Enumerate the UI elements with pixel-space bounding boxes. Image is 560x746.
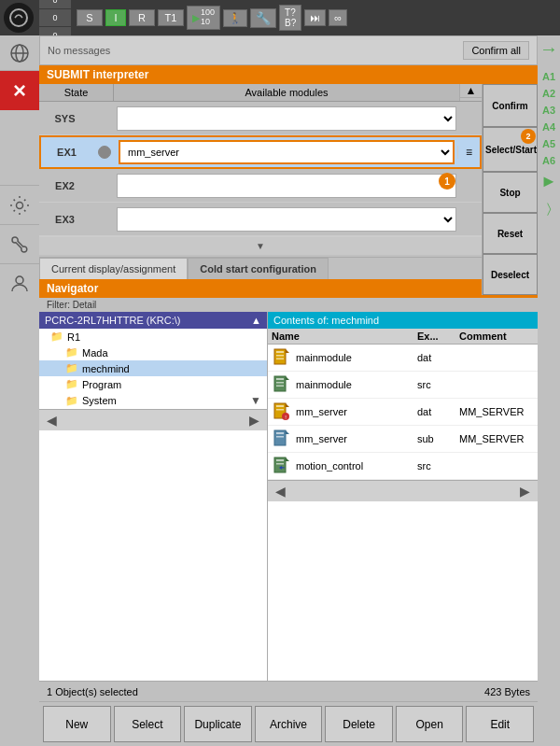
filecomment-mmserver-dat: MM_SERVER xyxy=(459,406,534,417)
contents-scroll-left[interactable]: ◀ xyxy=(275,484,286,499)
confirm-button[interactable]: Confirm xyxy=(483,84,538,127)
wrench-icon[interactable] xyxy=(0,224,39,263)
tree-label-program: Program xyxy=(82,379,121,390)
btn-r[interactable]: R xyxy=(129,9,155,26)
btn-t1[interactable]: T1 xyxy=(158,9,184,26)
filename-mmserver-sub: mm_server xyxy=(296,433,417,444)
tb-icon[interactable]: T?B? xyxy=(279,5,301,31)
logo xyxy=(4,3,34,33)
tree-item-system[interactable]: 📁 System ▼ xyxy=(39,392,267,409)
select-button[interactable]: Select xyxy=(114,706,182,742)
filename-mainmodule-dat: mainmodule xyxy=(296,352,417,363)
label-a1: A1 xyxy=(542,71,555,82)
ex3-label: EX3 xyxy=(39,214,91,225)
menu-icon[interactable]: ≡ xyxy=(457,146,480,159)
play-icon[interactable]: ▶ 10010 xyxy=(187,6,220,30)
file-tree: PCRC-2RL7HHTTRE (KRC:\) ▲ 📁 R1 📁 Mada xyxy=(39,312,268,681)
tree-item-program[interactable]: 📁 Program xyxy=(39,376,267,392)
tree-item-mada[interactable]: 📁 Mada xyxy=(39,345,267,360)
interpreter-table-wrap: State Available modules ▲ SYS xyxy=(39,84,538,255)
deselect-button[interactable]: Deselect xyxy=(483,254,538,295)
label-a3: A3 xyxy=(542,105,555,116)
ex2-select[interactable] xyxy=(117,174,456,198)
ex2-row[interactable]: EX2 1 xyxy=(39,169,482,203)
reset-button[interactable]: Reset xyxy=(483,213,538,254)
contents-scroll-right[interactable]: ▶ xyxy=(520,484,530,499)
ex1-label: EX1 xyxy=(41,147,92,158)
confirm-all-button[interactable]: Confirm all xyxy=(463,41,529,60)
svg-rect-13 xyxy=(276,386,284,387)
filename-mainmodule-src: mainmodule xyxy=(296,379,417,390)
file-row-mmserver-sub[interactable]: mm_server sub MM_SERVER xyxy=(268,426,538,453)
svg-point-4 xyxy=(17,202,23,208)
message-text: No messages xyxy=(48,45,463,56)
tab-cold-start[interactable]: Cold start configuration xyxy=(188,258,329,279)
tree-label-system: System xyxy=(82,395,117,406)
tree-label-mechmind: mechmind xyxy=(82,363,130,374)
top-bar: 0 0 0 S I R T1 ▶ 10010 🚶 🔧 T?B? ⏭ ∞ xyxy=(0,0,560,35)
tree-scroll-right[interactable]: ▶ xyxy=(249,413,259,428)
walk-icon[interactable]: 🚶 xyxy=(223,9,247,27)
file-row-mainmodule-dat[interactable]: mainmodule dat xyxy=(268,345,538,372)
tree-collapse-btn[interactable]: ▲ xyxy=(251,315,261,326)
scroll-up-btn[interactable]: ▲ xyxy=(460,84,482,98)
interpreter-table: State Available modules ▲ SYS xyxy=(39,84,482,255)
ex3-input[interactable] xyxy=(117,207,456,232)
ex2-input[interactable] xyxy=(117,174,456,198)
counter-mid: 0 xyxy=(39,9,71,26)
ex1-select[interactable]: mm_server xyxy=(119,140,455,164)
skip-icon[interactable]: ⏭ xyxy=(304,9,326,26)
submit-section: SUBMIT interpreter State Available modul… xyxy=(39,65,538,255)
tree-header: PCRC-2RL7HHTTRE (KRC:\) ▲ xyxy=(39,312,267,329)
sys-select[interactable] xyxy=(117,106,456,131)
state-indicator xyxy=(98,146,111,159)
right-arrow-icon[interactable]: → xyxy=(539,39,558,58)
filecomment-mmserver-sub: MM_SERVER xyxy=(459,433,534,444)
archive-button[interactable]: Archive xyxy=(255,706,323,742)
file-row-motioncontrol[interactable]: motion_control src xyxy=(268,453,538,480)
globe-icon[interactable] xyxy=(0,35,39,71)
navigator-body: PCRC-2RL7HHTTRE (KRC:\) ▲ 📁 R1 📁 Mada xyxy=(39,312,538,681)
tree-item-r1[interactable]: 📁 R1 xyxy=(39,329,267,345)
main-content: No messages Confirm all SUBMIT interpret… xyxy=(39,35,538,746)
cancel-button[interactable]: × xyxy=(0,71,39,110)
sys-input[interactable] xyxy=(117,106,456,131)
stop-button[interactable]: Stop xyxy=(483,172,538,213)
scroll-down-placeholder xyxy=(460,98,482,101)
sys-row[interactable]: SYS xyxy=(39,102,482,135)
delete-button[interactable]: Delete xyxy=(325,706,393,742)
person-icon[interactable] xyxy=(0,263,39,303)
duplicate-button[interactable]: Duplicate xyxy=(184,706,252,742)
infinity-icon[interactable]: ∞ xyxy=(329,9,347,26)
tree-item-mechmind[interactable]: 📁 mechmind xyxy=(39,360,267,376)
svg-rect-9 xyxy=(276,359,284,360)
left-sidebar: × xyxy=(0,35,39,303)
bottom-toolbar: New Select Duplicate Archive Delete Open… xyxy=(39,701,538,746)
tree-scroll-left[interactable]: ◀ xyxy=(47,413,57,428)
btn-i[interactable]: I xyxy=(105,9,126,26)
ex3-row[interactable]: EX3 xyxy=(39,203,482,236)
right-arrow-down-icon[interactable]: ► xyxy=(540,172,557,191)
open-button[interactable]: Open xyxy=(396,706,464,742)
ex1-input[interactable]: mm_server xyxy=(119,140,455,164)
file-row-mmserver-dat[interactable]: ! mm_server dat MM_SERVER xyxy=(268,399,538,426)
tab-bar: Current display/assignment Cold start co… xyxy=(39,257,538,279)
tab-current[interactable]: Current display/assignment xyxy=(39,258,188,279)
svg-point-0 xyxy=(10,9,27,26)
hand-icon[interactable]: 〉 xyxy=(547,201,552,217)
edit-button[interactable]: Edit xyxy=(466,706,534,742)
ex1-row[interactable]: EX1 mm_server ≡ xyxy=(39,135,482,169)
badge-1: 1 xyxy=(439,173,455,190)
file-row-mainmodule-src[interactable]: mainmodule src xyxy=(268,372,538,399)
btn-s[interactable]: S xyxy=(77,9,103,26)
scroll-down-btn[interactable]: ▼ xyxy=(39,236,482,255)
label-a5: A5 xyxy=(542,138,555,149)
ex1-state xyxy=(92,146,116,159)
svg-rect-24 xyxy=(276,463,284,465)
svg-rect-16 xyxy=(276,409,284,411)
label-a6: A6 xyxy=(542,155,555,166)
tool-icon[interactable]: 🔧 xyxy=(250,8,276,28)
ex3-select[interactable] xyxy=(117,207,456,232)
new-button[interactable]: New xyxy=(43,706,111,742)
settings-icon[interactable] xyxy=(0,185,39,224)
